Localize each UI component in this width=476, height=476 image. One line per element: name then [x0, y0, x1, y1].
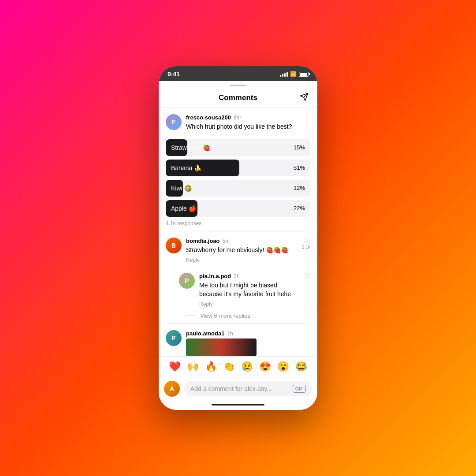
comment-paulo: P paulo.amoda1 1h: [159, 324, 317, 356]
comment-text-pia: Me too but I might be biased because it'…: [199, 281, 300, 298]
avatar-fresco: F: [166, 114, 182, 130]
emoji-bar: ❤️ 🙌 🔥 👏 😢 😍 😮 😂: [159, 356, 317, 377]
reply-button-pia[interactable]: Reply: [199, 301, 213, 307]
poll-container: Strawberry 🍓 15% Banana 🍌 51% Kiwi 🥝 12%…: [159, 138, 317, 231]
like-area-bomdia: ♡ 1.1k: [302, 238, 310, 264]
comment-body-fresco: fresco.sousa200 8hr Which fruit photo di…: [186, 114, 310, 134]
emoji-wow[interactable]: 😮: [277, 361, 289, 372]
comments-scroll[interactable]: F fresco.sousa200 8hr Which fruit photo …: [159, 108, 317, 356]
status-icons: 📶: [280, 71, 309, 77]
signal-bars-icon: [280, 71, 288, 77]
comment-text-bomdia: Strawberry for me obviously! 🍓🍓🍓: [186, 246, 298, 255]
username-fresco[interactable]: fresco.sousa200: [186, 114, 231, 121]
avatar-bomdia: B: [166, 238, 182, 253]
username-paulo[interactable]: paulo.amoda1: [186, 330, 224, 337]
comment-body-bomdia: bomdia.joao 5h Strawberry for me obvious…: [186, 238, 298, 264]
drag-handle: [159, 81, 317, 88]
reply-pia-container: P pia.in.a.pod 2h Me too but I might be …: [159, 267, 317, 311]
comment-input-row: A Add a comment for alex.any... GIF: [159, 377, 317, 401]
poll-pct-apple: 22%: [294, 205, 310, 212]
emoji-heart[interactable]: ❤️: [169, 361, 181, 372]
poll-option-banana[interactable]: Banana 🍌 51%: [166, 160, 310, 176]
poll-responses: 4.1k responses: [166, 220, 310, 227]
comment-input-placeholder: Add a comment for alex.any...: [190, 385, 272, 392]
time-paulo: 1h: [227, 331, 233, 337]
poll-option-apple[interactable]: Apple 🍎 22%: [166, 200, 310, 217]
like-icon-pia[interactable]: ♡: [305, 273, 310, 280]
emoji-clap[interactable]: 👏: [223, 361, 235, 372]
time-bomdia: 5h: [223, 238, 228, 244]
avatar-current-user: A: [164, 381, 180, 397]
poll-option-strawberry[interactable]: Strawberry 🍓 15%: [166, 139, 310, 156]
like-count-bomdia: 1.1k: [302, 245, 310, 249]
send-icon[interactable]: [300, 93, 309, 104]
phone-frame: 9:41 📶 Comments: [159, 66, 317, 410]
comment-body-paulo: paulo.amoda1 1h: [186, 330, 310, 356]
poll-label-banana: Banana 🍌: [166, 164, 294, 171]
poll-label-kiwi: Kiwi 🥝: [166, 185, 294, 192]
header-title: Comments: [219, 93, 257, 102]
poll-pct-strawberry: 15%: [294, 144, 310, 151]
status-bar: 9:41 📶: [159, 66, 317, 81]
emoji-cry[interactable]: 😢: [241, 361, 253, 372]
poll-pct-kiwi: 12%: [294, 185, 310, 191]
time-pia: 2h: [234, 273, 239, 279]
username-bomdia[interactable]: bomdia.joao: [186, 238, 220, 244]
view-more-text[interactable]: View 6 more replies: [200, 312, 250, 319]
gif-button[interactable]: GIF: [293, 385, 306, 393]
avatar-pia: P: [179, 273, 195, 289]
poll-label-apple: Apple 🍎: [166, 205, 294, 212]
comment-fresco: F fresco.sousa200 8hr Which fruit photo …: [159, 108, 317, 138]
emoji-laugh[interactable]: 😂: [295, 361, 307, 372]
emoji-heart-eyes[interactable]: 😍: [259, 361, 271, 372]
like-icon-bomdia[interactable]: ♡: [303, 238, 309, 245]
like-area-pia: ♡: [305, 273, 310, 307]
view-more-replies[interactable]: View 6 more replies: [159, 311, 317, 324]
emoji-fire[interactable]: 🔥: [205, 361, 217, 372]
emoji-clap-raise[interactable]: 🙌: [187, 361, 199, 372]
reply-button-bomdia[interactable]: Reply: [186, 257, 200, 263]
battery-icon: [299, 72, 309, 77]
avatar-paulo: P: [166, 330, 182, 346]
paulo-image-preview: [186, 338, 257, 356]
home-indicator: [159, 401, 317, 410]
poll-pct-banana: 51%: [294, 164, 310, 171]
comment-text-fresco: Which fruit photo did you like the best?: [186, 123, 310, 131]
time-fresco: 8hr: [234, 115, 241, 121]
comment-bomdia: B bomdia.joao 5h Strawberry for me obvio…: [159, 231, 317, 267]
comment-body-pia: pia.in.a.pod 2h Me too but I might be bi…: [199, 273, 300, 307]
poll-option-kiwi[interactable]: Kiwi 🥝 12%: [166, 180, 310, 197]
status-time: 9:41: [167, 71, 180, 78]
poll-label-strawberry: Strawberry 🍓: [166, 144, 294, 151]
comment-pia: P pia.in.a.pod 2h Me too but I might be …: [179, 267, 317, 311]
comments-header: Comments: [159, 88, 317, 108]
username-pia[interactable]: pia.in.a.pod: [199, 273, 231, 279]
wifi-icon: 📶: [290, 71, 297, 77]
comment-input-box[interactable]: Add a comment for alex.any... GIF: [184, 381, 312, 396]
